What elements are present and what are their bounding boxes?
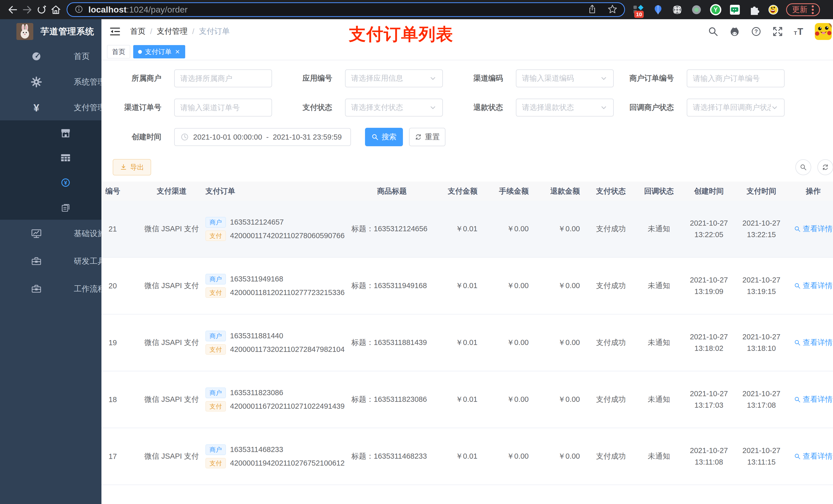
reset-button[interactable]: 重置 — [409, 128, 446, 146]
date: 2021-10-27 — [738, 274, 785, 286]
refund-status-select[interactable]: 请选择退款状态 — [516, 99, 614, 117]
sidebar-item-home[interactable]: 首页 — [0, 44, 101, 69]
browser-forward-icon[interactable] — [20, 3, 34, 17]
th-title[interactable]: 商品标题 — [348, 186, 435, 196]
date: 2021-10-27 — [738, 388, 785, 400]
pay-tag: 支付 — [206, 231, 226, 241]
sidebar-subitem-merchant-info[interactable]: 商户信息 — [0, 120, 101, 145]
browser-back-icon[interactable] — [6, 3, 20, 17]
extension-record-icon[interactable] — [690, 4, 703, 16]
th-fee[interactable]: 手续金额 — [484, 186, 536, 196]
th-refund[interactable]: 退款金额 — [536, 186, 587, 196]
cell-pay-time: 2021-10-2713:19:15 — [735, 274, 788, 297]
title-prefix: 标题： — [352, 395, 374, 403]
user-avatar[interactable] — [815, 23, 832, 40]
browser-reload-icon[interactable] — [34, 3, 49, 17]
th-channel[interactable]: 支付渠道 — [141, 186, 203, 196]
sidebar-item-system-mgmt[interactable]: 系统管理 — [0, 69, 101, 95]
cell-pay-order: 商户1635311949168支付42000011812021102777232… — [203, 271, 348, 301]
sidebar-item-payment-mgmt[interactable]: ¥支付管理 — [0, 95, 101, 120]
sidebar-item-infrastructure[interactable]: 基础设施 — [0, 220, 101, 247]
sidebar-item-dev-tools[interactable]: 研发工具 — [0, 247, 101, 275]
app-no-select[interactable]: 请选择应用信息 — [345, 69, 443, 87]
merchant-input[interactable] — [174, 69, 272, 87]
extension-y-icon[interactable]: Y — [710, 4, 722, 16]
channel-order-no-text-input[interactable] — [180, 103, 266, 112]
th-actions[interactable]: 操作 — [788, 186, 833, 196]
view-detail-link[interactable]: 查看详情 — [794, 281, 832, 291]
fullscreen-icon[interactable] — [772, 26, 784, 38]
notify-status-select[interactable]: 请选择订单回调商户状态 — [687, 99, 785, 117]
view-detail-link[interactable]: 查看详情 — [794, 451, 832, 461]
sidebar-subitem-refund-order[interactable]: 退款订单 — [0, 195, 101, 220]
cell-create-time: 2021-10-2713:19:09 — [683, 274, 735, 297]
url-text[interactable]: localhost:1024/pay/order — [88, 5, 188, 15]
view-detail-link[interactable]: 查看详情 — [794, 224, 832, 234]
view-detail-link[interactable]: 查看详情 — [794, 338, 832, 348]
th-pay-time[interactable]: 支付时间 — [735, 186, 788, 196]
sidebar-subitem-app-info[interactable]: 应用信息 — [0, 145, 101, 170]
merchant-tag: 商户 — [206, 444, 226, 455]
cell-channel: 微信 JSAPI 支付 — [141, 338, 203, 348]
tab-home[interactable]: 首页 — [107, 45, 130, 58]
share-icon[interactable] — [587, 4, 597, 15]
date-separator: - — [266, 133, 269, 141]
sidebar-subitem-pay-order[interactable]: ¥支付订单 — [0, 170, 101, 195]
refresh-table-button[interactable] — [817, 159, 833, 175]
extension-diamond-icon[interactable]: 10 — [633, 4, 645, 16]
time: 13:18:02 — [686, 343, 732, 354]
channel-order-no-input[interactable] — [174, 99, 272, 117]
cell-pay-order: 商户1635312124657支付42000011742021102780605… — [203, 214, 348, 244]
th-order[interactable]: 支付订单 — [203, 186, 348, 196]
order-number: 4200001174202110278060590766 — [230, 232, 344, 240]
header-search-icon[interactable] — [707, 26, 719, 38]
extension-balloon-icon[interactable] — [652, 4, 664, 16]
browser-profile-avatar[interactable] — [767, 4, 780, 16]
cell-create-time: 2021-10-2713:17:03 — [683, 388, 735, 411]
merchant-order-no-text-input[interactable] — [693, 74, 779, 83]
cell-pay-time: 2021-10-2713:17:08 — [735, 388, 788, 411]
label-pay-status: 支付状态 — [279, 102, 332, 113]
address-bar[interactable]: localhost:1024/pay/order — [67, 2, 625, 17]
cell-id: 17 — [101, 452, 141, 461]
font-size-icon[interactable]: TT — [793, 26, 805, 38]
pay-status-select[interactable]: 请选择支付状态 — [345, 99, 443, 117]
channel-code-select[interactable]: 请输入渠道编码 — [516, 69, 614, 87]
th-notify-status[interactable]: 回调状态 — [635, 186, 683, 196]
cell-actions: 查看详情 — [788, 451, 833, 461]
th-amount[interactable]: 支付金额 — [435, 186, 484, 196]
tab-pay-order[interactable]: 支付订单 — [133, 45, 185, 58]
th-id[interactable]: 编号 — [101, 186, 141, 196]
close-icon[interactable] — [175, 49, 180, 54]
breadcrumb-item[interactable]: 支付管理 — [157, 26, 188, 37]
view-detail-link[interactable]: 查看详情 — [794, 394, 832, 405]
extensions-puzzle-icon[interactable] — [748, 4, 760, 16]
search-button[interactable]: 搜索 — [365, 128, 403, 146]
cell-pay-time: 2021-10-2713:11:15 — [735, 445, 788, 468]
github-icon[interactable] — [729, 26, 740, 38]
export-button[interactable]: 导出 — [113, 159, 151, 175]
merchant-text-input[interactable] — [180, 74, 266, 83]
field-channel-code: 渠道编码请输入渠道编码 — [449, 69, 614, 87]
site-info-icon[interactable] — [74, 4, 84, 15]
tags-view-bar: 首页支付订单 — [101, 44, 833, 60]
show-search-toggle-button[interactable] — [795, 159, 811, 175]
app-logo[interactable]: 芋道管理系统 — [0, 19, 101, 44]
extension-command-icon[interactable] — [671, 4, 684, 16]
cell-notify-status: 未通知 — [635, 338, 683, 348]
browser-home-icon[interactable] — [49, 3, 63, 17]
th-pay-status[interactable]: 支付状态 — [587, 186, 635, 196]
create-time-range-input[interactable]: 2021-10-01 00:00:00 - 2021-10-31 23:59:5… — [174, 128, 351, 146]
bookmark-star-icon[interactable] — [607, 4, 618, 15]
merchant-order-no-input[interactable] — [687, 69, 785, 87]
breadcrumb-item[interactable]: 首页 — [130, 26, 145, 37]
sidebar-toggle-icon[interactable] — [109, 26, 121, 38]
sidebar-item-workflow[interactable]: 工作流程 — [0, 275, 101, 303]
extension-chat-icon[interactable] — [729, 4, 741, 16]
cell-create-time: 2021-10-2713:22:05 — [683, 217, 735, 240]
cell-id: 20 — [101, 282, 141, 290]
help-icon[interactable]: ? — [750, 26, 762, 38]
browser-update-button[interactable]: 更新 — [786, 3, 820, 16]
order-number: 1635312124657 — [230, 218, 284, 226]
th-create-time[interactable]: 创建时间 — [683, 186, 735, 196]
